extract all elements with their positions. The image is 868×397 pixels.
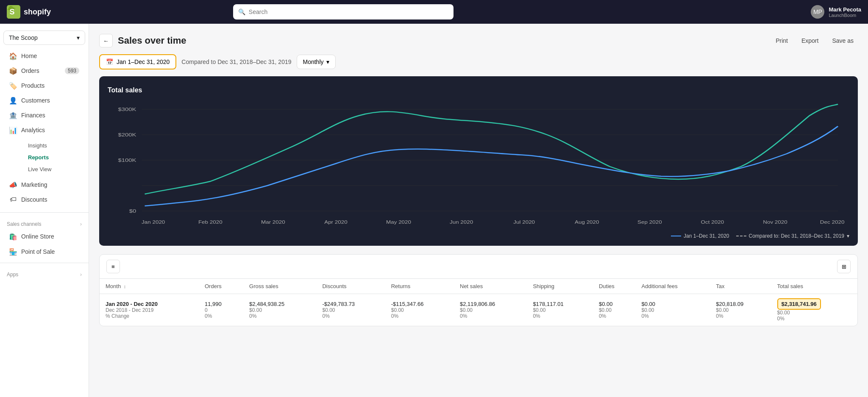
sidebar-divider	[0, 212, 89, 213]
col-shipping: Shipping	[527, 279, 593, 294]
chart-title: Total sales	[108, 86, 849, 94]
brand-logo[interactable]: S shopify	[7, 5, 51, 19]
reports-label: Reports	[28, 154, 49, 161]
sidebar-item-reports[interactable]: Reports	[21, 152, 86, 163]
apps-label: Apps ›	[0, 267, 89, 279]
row-duties-sub: $0.00	[599, 307, 630, 313]
legend-current: Jan 1–Dec 31, 2020	[671, 233, 729, 239]
period-selector[interactable]: Monthly ▾	[297, 55, 336, 69]
legend-dropdown[interactable]: ▾	[847, 233, 849, 239]
discounts-icon: 🏷	[9, 196, 17, 203]
home-icon: 🏠	[9, 52, 17, 60]
sales-channels-arrow: ›	[80, 221, 82, 227]
marketing-icon: 📣	[9, 181, 17, 189]
sidebar-label-marketing: Marketing	[21, 181, 47, 188]
svg-text:Jan 2020: Jan 2020	[142, 220, 165, 225]
export-button[interactable]: Export	[797, 35, 823, 47]
legend-comparison: Compared to: Dec 31, 2018–Dec 31, 2019 ▾	[736, 233, 849, 239]
table-header: Month ↕ Orders Gross sales Discounts Ret…	[100, 279, 857, 294]
sidebar-item-analytics[interactable]: 📊 Analytics	[3, 123, 86, 137]
sidebar-item-insights[interactable]: Insights	[21, 140, 86, 151]
user-name: Mark Pecota	[829, 6, 861, 13]
sidebar-label-discounts: Discounts	[21, 196, 47, 203]
sidebar-item-online-store[interactable]: 🛍️ Online Store	[3, 229, 86, 244]
columns-button[interactable]: ⊞	[837, 260, 851, 273]
pos-icon: 🏪	[9, 248, 17, 255]
products-icon: 🏷️	[9, 82, 17, 89]
row-total-sales-sub: $0.00	[777, 310, 851, 316]
row-month-main: Jan 2020 - Dec 2020	[106, 301, 193, 307]
col-orders: Orders	[199, 279, 243, 294]
print-button[interactable]: Print	[771, 35, 792, 47]
analytics-icon: 📊	[9, 126, 17, 134]
row-gross-main: $2,484,938.25	[249, 301, 310, 307]
period-label: Monthly	[303, 58, 324, 65]
svg-text:Sep 2020: Sep 2020	[637, 220, 662, 225]
row-fees-main: $0.00	[642, 301, 704, 307]
chevron-down-icon: ▾	[77, 34, 80, 41]
svg-text:$200K: $200K	[118, 132, 136, 138]
sidebar-item-pos[interactable]: 🏪 Point of Sale	[3, 244, 86, 259]
row-discounts-main: -$249,783.73	[322, 301, 379, 307]
sidebar-item-marketing[interactable]: 📣 Marketing	[3, 178, 86, 192]
svg-text:May 2020: May 2020	[386, 220, 412, 225]
save-as-button[interactable]: Save as	[828, 35, 858, 47]
page-actions: Print Export Save as	[771, 35, 858, 47]
row-returns-main: -$115,347.66	[391, 301, 448, 307]
sales-channels-label: Sales channels ›	[0, 216, 89, 229]
sidebar-item-customers[interactable]: 👤 Customers	[3, 93, 86, 108]
date-range-label: Jan 1–Dec 31, 2020	[117, 58, 170, 65]
data-table: Month ↕ Orders Gross sales Discounts Ret…	[100, 279, 857, 326]
sidebar-label-customers: Customers	[21, 97, 50, 104]
svg-text:Nov 2020: Nov 2020	[763, 220, 787, 225]
sidebar-label-products: Products	[21, 82, 45, 89]
svg-text:Apr 2020: Apr 2020	[324, 220, 348, 225]
legend-current-label: Jan 1–Dec 31, 2020	[684, 233, 729, 239]
avatar: MP	[811, 5, 824, 19]
sidebar-item-discounts[interactable]: 🏷 Discounts	[3, 192, 86, 207]
row-total-sales-main: $2,318,741.96	[777, 298, 821, 310]
col-discounts: Discounts	[316, 279, 385, 294]
row-orders-main: 11,990	[205, 301, 237, 307]
col-gross-sales: Gross sales	[243, 279, 316, 294]
svg-text:$300K: $300K	[118, 107, 136, 112]
row-tax-main: $20,818.09	[716, 301, 765, 307]
columns-icon: ⊞	[842, 264, 846, 270]
svg-text:S: S	[9, 8, 14, 16]
sidebar-item-finances[interactable]: 🏦 Finances	[3, 108, 86, 122]
sidebar-label-pos: Point of Sale	[21, 248, 55, 255]
period-chevron: ▾	[326, 58, 329, 65]
sidebar-label-orders: Orders	[21, 67, 39, 74]
row-fees-sub: $0.00	[642, 307, 704, 313]
sidebar-item-home[interactable]: 🏠 Home	[3, 49, 86, 63]
date-picker-button[interactable]: 📅 Jan 1–Dec 31, 2020	[99, 54, 176, 69]
search-input[interactable]	[249, 8, 448, 15]
chart-legend: Jan 1–Dec 31, 2020 Compared to: Dec 31, …	[108, 233, 849, 239]
back-button[interactable]: ←	[99, 34, 113, 47]
row-net-sub: $0.00	[460, 307, 521, 313]
filter-button[interactable]: ≡	[106, 260, 120, 273]
chart-svg: $300K $200K $100K $0 Jan 2020 Feb 2020 M…	[108, 101, 849, 228]
liveview-label: Live View	[28, 166, 51, 172]
col-total-sales: Total sales	[771, 279, 857, 294]
row-discounts-sub: $0.00	[322, 307, 379, 313]
sidebar-item-products[interactable]: 🏷️ Products	[3, 78, 86, 93]
table-section: ≡ ⊞ Month ↕ Orders Gross sales Discounts	[99, 254, 858, 326]
sidebar-item-liveview[interactable]: Live View	[21, 164, 86, 175]
row-month-sub: Dec 2018 - Dec 2019	[106, 307, 193, 313]
back-icon: ←	[103, 38, 108, 44]
svg-text:Dec 2020: Dec 2020	[820, 220, 845, 225]
row-returns-sub: $0.00	[391, 307, 448, 313]
store-selector[interactable]: The Scoop ▾	[3, 31, 85, 45]
sidebar-item-orders[interactable]: 📦 Orders 593	[3, 64, 86, 78]
row-duties-main: $0.00	[599, 301, 630, 307]
svg-text:$0: $0	[129, 208, 136, 214]
user-store: LaunchBoom	[829, 13, 861, 18]
col-duties: Duties	[593, 279, 636, 294]
legend-solid-line	[671, 236, 681, 236]
orders-icon: 📦	[9, 67, 17, 75]
row-duties-pct: 0%	[599, 313, 630, 319]
row-month-pct: % Change	[106, 313, 193, 319]
row-discounts-pct: 0%	[322, 313, 379, 319]
search-bar[interactable]: 🔍	[233, 4, 453, 19]
